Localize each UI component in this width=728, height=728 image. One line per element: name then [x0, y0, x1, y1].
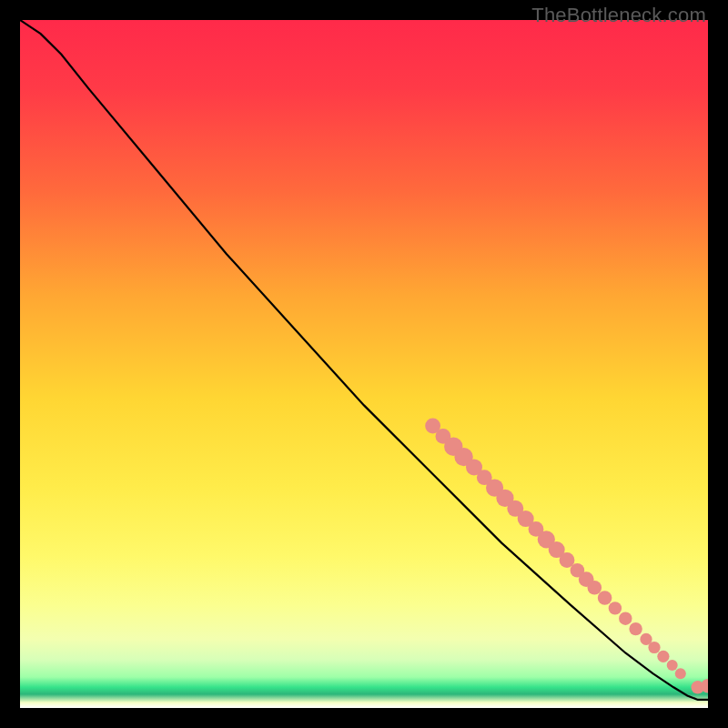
watermark-label: TheBottleneck.com: [531, 4, 706, 27]
chart-plot-area: [20, 20, 708, 708]
